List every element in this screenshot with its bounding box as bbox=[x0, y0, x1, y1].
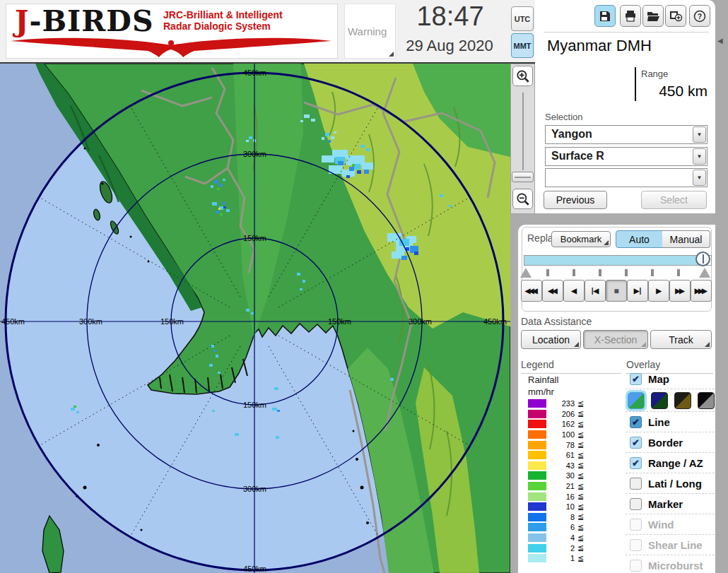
select-button[interactable]: Select bbox=[641, 191, 707, 209]
checkbox-line[interactable]: ✔ bbox=[630, 416, 642, 428]
legend-value: 233 bbox=[549, 399, 575, 408]
step-forward-button[interactable]: ▶| bbox=[627, 280, 648, 302]
open-folder-button[interactable] bbox=[642, 5, 664, 27]
map-theme-swatch-4[interactable] bbox=[698, 392, 715, 409]
lte-icon: ≦ bbox=[577, 554, 584, 563]
checkbox-lati-long[interactable] bbox=[630, 478, 642, 490]
toolbar-separator bbox=[544, 32, 709, 33]
overlay-item-lati-long[interactable]: Lati / Long bbox=[626, 473, 715, 494]
check-icon: ✔ bbox=[632, 437, 640, 448]
option-dropdown[interactable]: ▼ bbox=[545, 168, 708, 187]
overlay-item-line[interactable]: ✔ Line bbox=[626, 412, 715, 432]
collapse-arrow-icon[interactable]: ◀ bbox=[717, 37, 723, 45]
track-button[interactable]: Track bbox=[650, 330, 712, 349]
overlay-item-label: Border bbox=[648, 437, 683, 449]
zoom-slider-thumb[interactable] bbox=[512, 172, 534, 182]
lte-icon: ≦ bbox=[577, 523, 584, 532]
replay-auto-button[interactable]: Auto bbox=[616, 230, 663, 248]
check-icon: ✔ bbox=[632, 417, 640, 427]
zoom-slider-track[interactable] bbox=[522, 93, 524, 170]
timeline-handle[interactable] bbox=[695, 252, 710, 266]
logo-subtitle: JRC-Brilliant & Intelligent Radar Dialog… bbox=[163, 9, 283, 32]
overlay-item-label: Shear Line bbox=[648, 539, 703, 551]
map-theme-swatch-3[interactable] bbox=[674, 392, 691, 409]
data-assistance-label: Data Assistance bbox=[521, 316, 592, 327]
timeline-end-marker[interactable] bbox=[699, 268, 710, 278]
range-display: Range 450 km bbox=[541, 66, 710, 102]
timeline-slider[interactable] bbox=[524, 255, 712, 266]
legend-scale: 233≦ 206≦ 162≦ 100≦ 78≦ 61≦ 43≦ 30≦ 21≦ … bbox=[522, 398, 621, 564]
zoom-out-button[interactable] bbox=[512, 189, 533, 209]
legend-row: 16≦ bbox=[522, 491, 621, 502]
range-label: 150km bbox=[243, 234, 266, 242]
fast-forward-button[interactable]: ▶▶ bbox=[669, 280, 691, 302]
checkbox-range-az[interactable]: ✔ bbox=[630, 457, 642, 469]
fastest-forward-button[interactable]: ▶▶▶ bbox=[691, 280, 712, 302]
replay-manual-button[interactable]: Manual bbox=[662, 230, 710, 248]
radar-map[interactable]: 450km 300km 150km 150km 300km 450km 450k… bbox=[0, 64, 510, 573]
fast-rewind-button[interactable]: ◀◀◀ bbox=[521, 280, 542, 302]
jbirds-logo: J-BIRDS JRC-Brilliant & Intelligent Rada… bbox=[6, 4, 338, 59]
overlay-item-range-az[interactable]: ✔ Range / AZ bbox=[626, 453, 715, 473]
timeline-tick bbox=[651, 269, 654, 276]
legend-swatch bbox=[528, 502, 546, 511]
legend-swatch bbox=[528, 523, 546, 531]
x-section-button[interactable]: X-Section bbox=[583, 330, 648, 349]
map-theme-swatch-2[interactable] bbox=[651, 392, 668, 409]
timezone-mmt-button[interactable]: MMT bbox=[511, 33, 534, 58]
legend-title: Legend bbox=[521, 359, 621, 374]
add-image-button[interactable] bbox=[665, 5, 686, 27]
step-back-button[interactable]: |◀ bbox=[585, 280, 606, 302]
legend-row: 4≦ bbox=[522, 533, 621, 543]
chevron-down-icon[interactable]: ▼ bbox=[693, 126, 706, 143]
legend-row: 10≦ bbox=[522, 502, 621, 512]
checkbox-border[interactable]: ✔ bbox=[630, 437, 642, 449]
overlay-item-map[interactable]: ✔ Map bbox=[626, 369, 715, 389]
checkbox-marker[interactable] bbox=[630, 498, 642, 510]
legend-swatch bbox=[528, 482, 546, 490]
save-button[interactable] bbox=[594, 5, 616, 27]
magnifier-plus-icon bbox=[515, 69, 531, 84]
rewind-button[interactable]: ◀◀ bbox=[542, 280, 563, 302]
checkbox-map[interactable]: ✔ bbox=[630, 373, 642, 385]
lte-icon: ≦ bbox=[577, 420, 584, 429]
play-button[interactable]: ▶ bbox=[648, 280, 669, 302]
legend-row: 1≦ bbox=[522, 553, 621, 564]
previous-button[interactable]: Previous bbox=[544, 191, 607, 209]
product-dropdown[interactable]: Surface R ▼ bbox=[545, 147, 708, 166]
site-dropdown[interactable]: Yangon ▼ bbox=[545, 125, 708, 144]
map-theme-swatch-1[interactable] bbox=[628, 392, 645, 409]
legend-row: 21≦ bbox=[522, 481, 621, 492]
overlay-item-wind: Wind bbox=[626, 514, 715, 535]
legend-value: 43 bbox=[549, 461, 575, 470]
timezone-utc-button[interactable]: UTC bbox=[511, 6, 534, 31]
legend-swatch bbox=[528, 554, 546, 562]
legend-value: 16 bbox=[549, 492, 575, 501]
checkbox-shear-line bbox=[630, 539, 642, 551]
stop-button[interactable]: ■ bbox=[606, 280, 627, 302]
check-icon: ✔ bbox=[632, 374, 640, 384]
range-label: 150km bbox=[328, 317, 351, 326]
range-divider bbox=[635, 67, 636, 101]
overlay-item-marker[interactable]: Marker bbox=[626, 494, 715, 514]
timeline-tick bbox=[546, 269, 549, 276]
add-image-icon bbox=[669, 9, 683, 23]
play-backward-button[interactable]: ◀ bbox=[563, 280, 585, 302]
sidebar-panel: ? Myanmar DMH Range 450 km Selection Yan… bbox=[535, 0, 715, 213]
help-button[interactable]: ? bbox=[689, 5, 710, 27]
zoom-in-button[interactable] bbox=[512, 66, 533, 86]
range-label: 450km bbox=[483, 317, 507, 326]
print-button[interactable] bbox=[620, 5, 641, 27]
timeline-start-marker[interactable] bbox=[520, 268, 532, 278]
clock-time: 18:47 bbox=[387, 1, 513, 32]
legend-value: 162 bbox=[549, 420, 575, 428]
legend-swatch bbox=[528, 471, 546, 480]
bookmark-button[interactable]: Bookmark bbox=[551, 231, 611, 247]
panel-collapse-strip[interactable]: ◀ bbox=[715, 0, 728, 573]
chevron-down-icon[interactable]: ▼ bbox=[693, 148, 706, 165]
legend-value: 4 bbox=[549, 533, 575, 542]
location-button[interactable]: Location bbox=[521, 330, 581, 349]
overlay-item-border[interactable]: ✔ Border bbox=[626, 432, 715, 453]
chevron-down-icon[interactable]: ▼ bbox=[693, 170, 706, 186]
legend-swatch bbox=[528, 441, 546, 449]
